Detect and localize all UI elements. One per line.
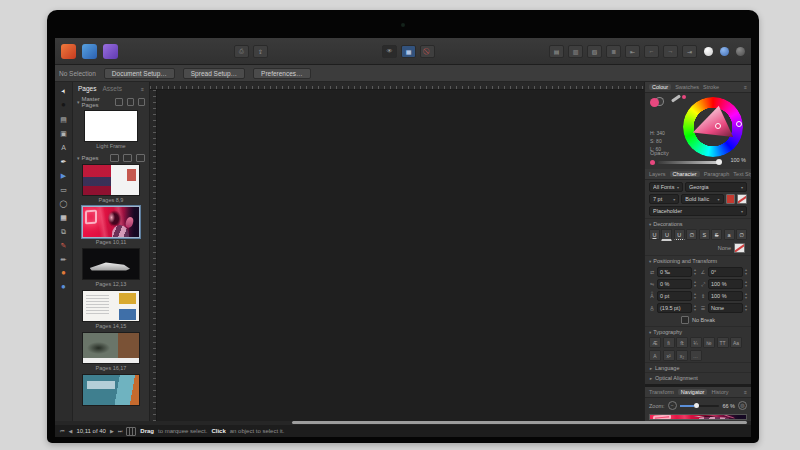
colour-selector-dot[interactable] [715, 123, 721, 129]
page-item[interactable]: Pages 12,13 [73, 248, 149, 289]
node-tool-icon[interactable]: ▶ [57, 169, 70, 181]
font-size-select[interactable]: 7 pt [649, 194, 679, 204]
opacity-slider-knob[interactable] [716, 159, 722, 165]
add-master-icon[interactable] [115, 98, 122, 106]
collapse-arrow-icon[interactable] [77, 99, 80, 105]
v-scale-field[interactable]: 100 % [708, 291, 743, 301]
previous-page-icon[interactable]: ◀ [69, 428, 73, 434]
zoom-slider[interactable] [680, 405, 720, 407]
page-item[interactable] [73, 374, 149, 406]
ligatures-icon[interactable]: Æ [649, 337, 661, 348]
discretionary-ligatures-icon[interactable]: ﬅ [676, 337, 688, 348]
decoration-colour-swatch[interactable] [734, 243, 745, 253]
tab-text-styles[interactable]: Text Styles [733, 171, 751, 177]
page-item[interactable]: Pages 14,15 [73, 290, 149, 331]
strike-icon[interactable]: S [699, 229, 710, 240]
transform-tool-icon[interactable]: ⧉ [57, 225, 70, 237]
page-nav-value[interactable]: 10,11 of 40 [76, 428, 106, 434]
first-page-icon[interactable]: ⏮ [60, 428, 65, 435]
opacity-slider[interactable] [658, 161, 720, 164]
baseline-field[interactable]: 0 pt [657, 291, 692, 301]
page-thumbnail-10-11[interactable] [82, 206, 140, 238]
kerning-field[interactable]: 0 % [657, 279, 692, 289]
move-to-back-icon[interactable]: ⇤ [625, 45, 640, 58]
delete-master-icon[interactable] [138, 98, 145, 106]
horizontal-scrollbar[interactable] [292, 421, 747, 424]
preferences-button[interactable]: Preferences… [253, 68, 311, 79]
text-tool-icon[interactable]: A [57, 141, 70, 153]
frame-text-tool-icon[interactable]: ▤ [57, 113, 70, 125]
tab-assets[interactable]: Assets [102, 85, 122, 92]
zoom-tool-icon[interactable]: ● [57, 281, 70, 293]
pages-section-header[interactable]: Pages [73, 152, 149, 164]
no-break-checkbox[interactable] [681, 316, 689, 324]
font-style-select[interactable]: Bold Italic [681, 194, 723, 204]
delete-page-icon[interactable] [136, 154, 145, 162]
leading-field[interactable]: (19.5 pt) [657, 303, 692, 313]
zoom-slider-knob[interactable] [694, 403, 699, 408]
active-colour-swatch[interactable] [650, 98, 659, 107]
decorations-header[interactable]: Decorations [645, 218, 751, 228]
zoom-out-icon[interactable]: − [668, 401, 677, 410]
snapshot-icon[interactable]: ⎙ [234, 45, 249, 58]
stylistic-set-icon[interactable]: Aa [730, 337, 742, 348]
page-item-selected[interactable]: Pages 10,11 [73, 206, 149, 247]
move-backward-icon[interactable]: ← [644, 45, 659, 58]
leading-override-field[interactable]: None [708, 303, 743, 313]
navigator-panel-menu-icon[interactable] [744, 389, 747, 395]
text-fill-swatch[interactable] [726, 194, 736, 204]
page-item[interactable]: Pages 16,17 [73, 332, 149, 373]
optical-alignment-header[interactable]: Optical Alignment [645, 372, 751, 382]
tab-history[interactable]: History [711, 389, 728, 395]
document-viewport[interactable]: 10 | Glamour Magazine Glamour Magazine [157, 90, 644, 421]
preview-eye-icon[interactable]: 👁 [382, 45, 397, 58]
page-thumbnail-16-17[interactable] [82, 332, 140, 364]
pages-panel-menu-icon[interactable] [141, 86, 144, 92]
h-scale-field[interactable]: 100 % [708, 279, 743, 289]
subscript-icon[interactable]: x₂ [676, 350, 688, 361]
tab-navigator[interactable]: Navigator [678, 389, 708, 395]
zoom-fit-icon[interactable]: ◎ [738, 401, 747, 410]
next-page-icon[interactable]: ▶ [110, 428, 114, 434]
dotted-underline-icon[interactable]: U [674, 229, 685, 240]
export-icon[interactable]: ⇪ [253, 45, 268, 58]
tab-stroke[interactable]: Stroke [703, 84, 719, 90]
duplicate-master-icon[interactable] [127, 98, 134, 106]
no-underline-icon[interactable]: ∅ [686, 229, 697, 240]
tab-character[interactable]: Character [670, 171, 700, 177]
document-setup-button[interactable]: Document Setup… [104, 68, 175, 79]
text-wrap-icon[interactable]: ≣ [606, 45, 621, 58]
master-page-thumbnail[interactable] [84, 110, 138, 142]
no-decoration-icon[interactable]: ∅ [736, 229, 747, 240]
appearance-dark-icon[interactable] [736, 47, 745, 56]
case-icon[interactable]: A [649, 350, 661, 361]
insert-inside-icon[interactable]: ▥ [568, 45, 583, 58]
ordinals-icon[interactable]: № [703, 337, 715, 348]
last-page-icon[interactable]: ⏭ [118, 428, 123, 435]
master-pages-header[interactable]: Master Pages [73, 94, 149, 110]
superscript-icon[interactable]: x² [663, 350, 675, 361]
page-grid-icon[interactable] [126, 427, 136, 436]
positioning-header[interactable]: Positioning and Transform [645, 255, 751, 265]
tab-swatches[interactable]: Swatches [675, 84, 699, 90]
pages-view-icon[interactable]: ▦ [401, 45, 416, 58]
text-stroke-swatch[interactable] [737, 194, 747, 204]
shear-field[interactable]: 0° [708, 267, 743, 277]
tab-pages[interactable]: Pages [78, 85, 96, 92]
standard-ligatures-icon[interactable]: ﬁ [663, 337, 675, 348]
tab-paragraph[interactable]: Paragraph [704, 171, 730, 177]
navigator-thumbnail[interactable] [649, 414, 747, 420]
underline-icon[interactable]: U [649, 229, 660, 240]
publisher-persona-icon[interactable] [61, 44, 76, 59]
typography-header[interactable]: Typography [645, 326, 751, 336]
fractions-icon[interactable]: ¼ [690, 337, 702, 348]
insert-ontop-icon[interactable]: ▧ [587, 45, 602, 58]
eyedropper-icon[interactable] [671, 94, 681, 102]
insert-behind-icon[interactable]: ▤ [549, 45, 564, 58]
smallcaps-icon[interactable]: a [724, 229, 735, 240]
artistic-text-tool-icon[interactable]: ● [57, 99, 70, 111]
add-page-icon[interactable] [110, 154, 119, 162]
tab-colour[interactable]: Colour [649, 84, 671, 90]
move-to-front-icon[interactable]: ⇥ [682, 45, 697, 58]
ellipse-tool-icon[interactable]: ◯ [57, 197, 70, 209]
